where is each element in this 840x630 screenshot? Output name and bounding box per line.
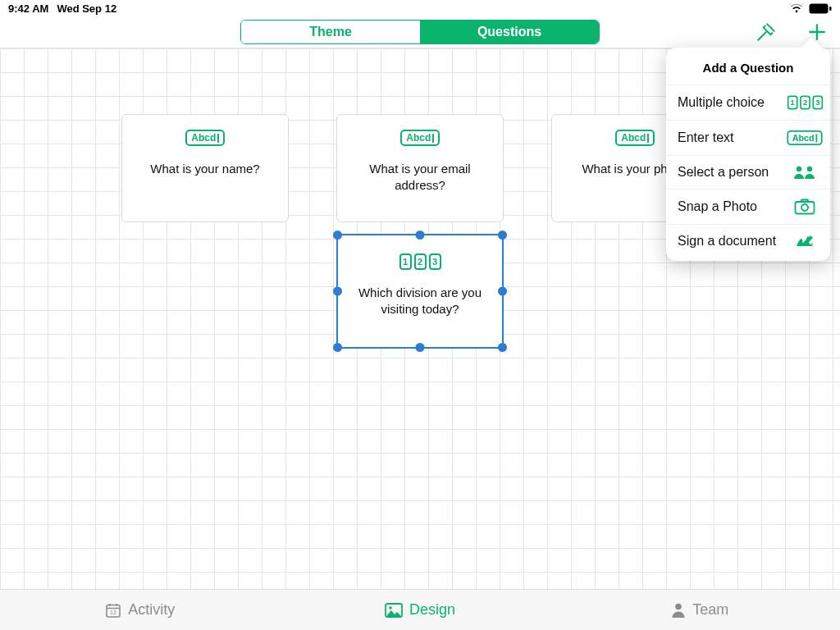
status-bar: 9:42 AM Wed Sep 12	[0, 0, 840, 16]
text-icon: Abcd	[791, 130, 819, 146]
text-type-badge: Abcd	[615, 130, 655, 146]
tab-design[interactable]: Design	[280, 590, 559, 630]
segmented-control: Theme Questions	[240, 20, 600, 44]
tab-activity[interactable]: 12 Activity	[0, 590, 280, 630]
battery-icon	[809, 3, 832, 14]
resize-handle[interactable]	[333, 287, 342, 296]
resize-handle[interactable]	[498, 343, 507, 352]
tab-label: Activity	[128, 601, 175, 619]
question-card-selected[interactable]: 123 Which division are you visiting toda…	[336, 234, 504, 349]
question-text: What is your email address?	[337, 161, 503, 194]
svg-point-5	[801, 204, 808, 211]
option-label: Multiple choice	[678, 95, 765, 110]
resize-handle[interactable]	[416, 343, 425, 352]
resize-handle[interactable]	[498, 287, 507, 296]
tab-label: Design	[409, 601, 455, 619]
status-time: 9:42 AM	[8, 2, 48, 15]
question-text: What is your name?	[139, 161, 271, 177]
option-label: Enter text	[678, 130, 733, 145]
person-icon	[671, 602, 686, 619]
choice-type-badge: 123	[399, 253, 441, 270]
option-snap-photo[interactable]: Snap a Photo	[666, 189, 830, 224]
question-text: Which division are you visiting today?	[338, 285, 502, 318]
resize-handle[interactable]	[333, 343, 342, 352]
signature-icon	[791, 234, 819, 249]
tab-team[interactable]: Team	[560, 590, 840, 630]
choice-icon: 123	[791, 94, 819, 111]
svg-rect-0	[810, 3, 829, 13]
tab-theme[interactable]: Theme	[241, 21, 420, 43]
svg-text:12: 12	[110, 609, 116, 615]
option-select-person[interactable]: Select a person	[666, 155, 830, 189]
option-label: Sign a document	[678, 234, 776, 249]
image-icon	[385, 603, 403, 618]
camera-icon	[791, 199, 819, 215]
text-type-badge: Abcd	[185, 130, 225, 146]
tab-label: Team	[692, 601, 728, 619]
tab-questions[interactable]: Questions	[420, 21, 599, 43]
svg-point-10	[676, 603, 682, 609]
resize-handle[interactable]	[498, 231, 507, 240]
resize-handle[interactable]	[416, 231, 425, 240]
option-label: Snap a Photo	[678, 199, 757, 214]
popover-title: Add a Question	[666, 56, 830, 84]
question-card[interactable]: Abcd What is your email address?	[336, 114, 504, 222]
svg-point-9	[389, 606, 392, 609]
option-label: Select a person	[678, 165, 769, 180]
question-card[interactable]: Abcd What is your name?	[121, 114, 289, 222]
option-multiple-choice[interactable]: Multiple choice 123	[666, 84, 830, 120]
option-enter-text[interactable]: Enter text Abcd	[666, 120, 830, 155]
calendar-icon: 12	[105, 602, 121, 619]
people-icon	[791, 165, 819, 180]
wifi-icon	[789, 3, 804, 13]
resize-handle[interactable]	[333, 231, 342, 240]
add-question-popover: Add a Question Multiple choice 123 Enter…	[666, 48, 830, 261]
status-date: Wed Sep 12	[57, 2, 116, 15]
svg-point-2	[797, 167, 801, 171]
text-type-badge: Abcd	[400, 130, 440, 146]
svg-rect-1	[829, 7, 832, 11]
svg-point-3	[807, 167, 812, 171]
bottom-tabbar: 12 Activity Design Team	[0, 589, 840, 630]
option-sign-document[interactable]: Sign a document	[666, 224, 830, 258]
gavel-icon[interactable]	[755, 21, 778, 43]
top-toolbar: Theme Questions	[0, 16, 840, 48]
